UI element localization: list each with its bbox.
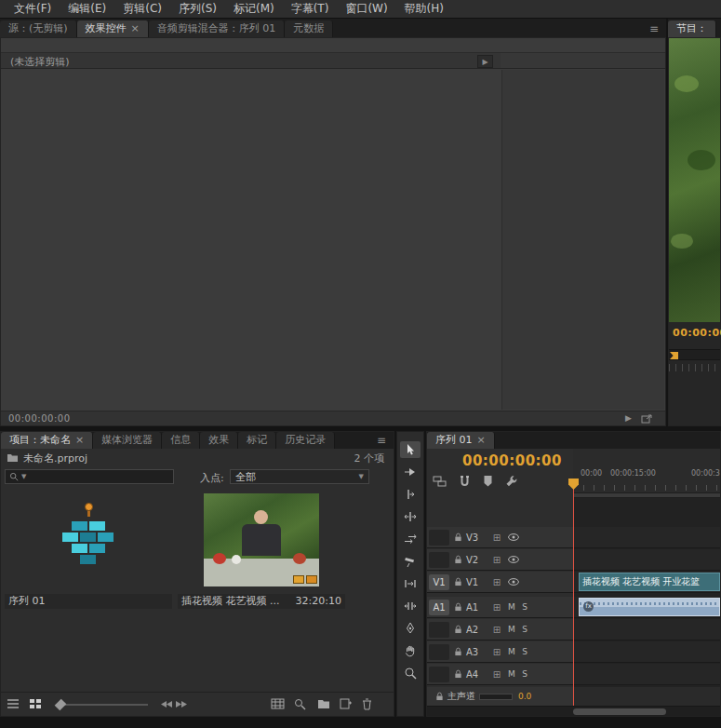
new-bin-icon[interactable]: [317, 698, 330, 709]
lock-icon[interactable]: [449, 625, 466, 634]
solo-button[interactable]: S: [518, 625, 531, 634]
project-item-sequence[interactable]: 序列 01: [5, 490, 172, 609]
menu-item-help[interactable]: 帮助(H): [396, 1, 452, 17]
playhead-line[interactable]: [573, 484, 574, 706]
snap-magnet-icon[interactable]: [459, 475, 471, 488]
eye-icon[interactable]: [505, 556, 522, 563]
lock-icon[interactable]: [431, 692, 447, 701]
rate-stretch-tool[interactable]: [400, 531, 421, 547]
lock-icon[interactable]: [449, 602, 466, 612]
slide-tool[interactable]: [400, 598, 421, 614]
solo-button[interactable]: S: [518, 647, 531, 656]
razor-tool[interactable]: [400, 553, 421, 570]
track-content-a1[interactable]: fx: [573, 597, 720, 618]
menu-item-clip[interactable]: 剪辑(C): [114, 1, 170, 17]
solo-button[interactable]: S: [518, 669, 531, 679]
tab-effects[interactable]: 效果: [200, 432, 238, 449]
source-patch-v1[interactable]: V1: [429, 574, 449, 590]
panel-menu-icon[interactable]: ≡: [369, 432, 394, 449]
track-content-a3[interactable]: [573, 641, 720, 663]
clip-name[interactable]: 插花视频 花艺视频 ...: [181, 594, 279, 609]
insert-nest-icon[interactable]: [433, 475, 447, 488]
lock-icon[interactable]: [449, 533, 466, 542]
sync-lock-icon[interactable]: ⊞: [488, 533, 505, 543]
slip-tool[interactable]: [400, 575, 421, 592]
sync-lock-icon[interactable]: ⊞: [488, 647, 505, 657]
close-icon[interactable]: ×: [477, 432, 486, 449]
tab-source-monitor[interactable]: 源：(无剪辑): [0, 20, 77, 37]
lock-icon[interactable]: [449, 555, 466, 564]
tab-metadata[interactable]: 元数据: [285, 20, 333, 37]
track-content-v3[interactable]: [573, 527, 720, 548]
track-content-v2[interactable]: [573, 549, 720, 571]
source-patch-empty[interactable]: [429, 530, 449, 546]
source-patch-a1[interactable]: A1: [429, 600, 449, 615]
track-content-a4[interactable]: [573, 664, 720, 685]
track-content-a2[interactable]: [573, 619, 720, 640]
add-marker-icon[interactable]: [483, 475, 493, 488]
hand-tool[interactable]: [400, 642, 421, 659]
zoom-slider[interactable]: [59, 704, 148, 706]
track-select-forward-tool[interactable]: [400, 464, 421, 480]
menu-item-file[interactable]: 文件(F): [6, 1, 60, 17]
tab-program-monitor[interactable]: 节目：: [668, 20, 716, 37]
ripple-edit-tool[interactable]: [400, 486, 421, 503]
tab-history[interactable]: 历史记录: [276, 432, 335, 449]
source-patch-empty[interactable]: [429, 622, 449, 638]
lock-icon[interactable]: [449, 669, 466, 679]
lock-icon[interactable]: [449, 577, 466, 586]
keyframe-nav-icon[interactable]: [641, 414, 652, 424]
timeline-ruler[interactable]: 00:00 00:00:15:00 00:00:3: [573, 449, 720, 493]
find-icon[interactable]: [294, 698, 306, 710]
zoom-slider-handle[interactable]: [55, 699, 67, 711]
audio-clip[interactable]: fx: [579, 598, 720, 616]
play-audio-icon[interactable]: ▶: [625, 413, 632, 423]
tab-audio-clip-mixer[interactable]: 音频剪辑混合器：序列 01: [149, 20, 286, 37]
source-patch-empty[interactable]: [429, 552, 449, 568]
mute-button[interactable]: M: [505, 647, 518, 656]
tab-project[interactable]: 项目：未命名 ×: [1, 432, 93, 449]
tab-info[interactable]: 信息: [162, 432, 200, 449]
track-content-v1[interactable]: 插花视频 花艺视频 开业花篮: [573, 572, 720, 593]
source-patch-empty[interactable]: [429, 667, 449, 682]
close-icon[interactable]: ×: [75, 432, 84, 449]
solo-button[interactable]: S: [518, 602, 531, 612]
timeline-timecode[interactable]: 00:00:00:00: [462, 452, 562, 469]
tab-effect-controls[interactable]: 效果控件 ×: [77, 20, 149, 37]
lock-icon[interactable]: [449, 647, 466, 656]
zoom-tool[interactable]: [400, 665, 421, 681]
timeline-settings-wrench-icon[interactable]: [505, 475, 518, 488]
tab-sequence-01[interactable]: 序列 01 ×: [427, 432, 495, 449]
project-item-clip[interactable]: 插花视频 花艺视频 ... 32:20:10: [178, 490, 345, 609]
sync-lock-icon[interactable]: ⊞: [488, 577, 505, 587]
sync-lock-icon[interactable]: ⊞: [488, 669, 505, 680]
sync-lock-icon[interactable]: ⊞: [488, 602, 505, 613]
pen-tool[interactable]: [400, 620, 421, 637]
source-patch-empty[interactable]: [429, 644, 449, 660]
video-clip[interactable]: 插花视频 花艺视频 开业花篮: [579, 573, 720, 591]
timeline-scrollbar-handle[interactable]: [573, 708, 666, 715]
new-item-icon[interactable]: [340, 698, 352, 709]
master-level-value[interactable]: 0.0: [518, 692, 531, 701]
program-playhead-marker[interactable]: [670, 352, 678, 359]
menu-item-edit[interactable]: 编辑(E): [60, 1, 114, 17]
program-timecode[interactable]: 00:00:00: [673, 327, 721, 339]
program-zoom-scrollbar[interactable]: [669, 349, 720, 360]
menu-item-window[interactable]: 窗口(W): [337, 1, 395, 17]
automate-to-sequence-icon[interactable]: [271, 698, 285, 709]
selection-tool[interactable]: [400, 441, 421, 458]
menu-item-marker[interactable]: 标记(M): [225, 1, 283, 17]
list-view-icon[interactable]: [7, 698, 20, 709]
icon-view-icon[interactable]: [29, 698, 42, 709]
trash-icon[interactable]: [362, 698, 372, 710]
mute-button[interactable]: M: [505, 625, 518, 634]
sequence-name[interactable]: 序列 01: [8, 594, 46, 609]
show-timeline-view-button[interactable]: ▶: [477, 55, 493, 68]
search-input[interactable]: [29, 472, 169, 482]
close-icon[interactable]: ×: [131, 20, 140, 37]
vertical-panel-splitter-top[interactable]: [666, 19, 668, 426]
search-options-dropdown-icon[interactable]: ▼: [21, 473, 26, 480]
mute-button[interactable]: M: [505, 669, 518, 679]
rolling-edit-tool[interactable]: [400, 508, 421, 525]
tab-media-browser[interactable]: 媒体浏览器: [93, 432, 162, 449]
